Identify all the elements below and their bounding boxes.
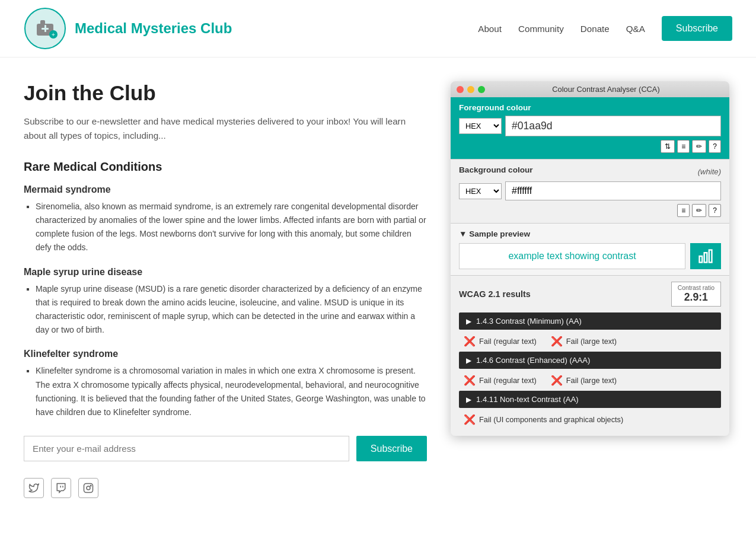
result-label-1: 1.4.6 Contrast (Enhanced) (AAA)	[476, 356, 590, 365]
contrast-value: 2.9:1	[678, 291, 714, 304]
condition-title-0: Mermaid syndrome	[24, 184, 427, 195]
svg-point-10	[87, 486, 90, 490]
fg-format-select[interactable]: HEX	[459, 118, 502, 134]
fail-large-text-1: Fail (large text)	[566, 376, 617, 385]
form-subscribe-button[interactable]: Subscribe	[356, 436, 427, 461]
fail-large-1: ❌ Fail (large text)	[551, 375, 617, 386]
condition-klinefelter: Klinefelter syndrome Klinefelter syndrom…	[24, 349, 427, 419]
twitter-icon[interactable]	[24, 478, 44, 498]
fail-icon-0a: ❌	[464, 336, 476, 347]
bg-tools: ≡ ✏ ?	[459, 204, 721, 217]
bg-settings-button[interactable]: ≡	[677, 204, 690, 217]
fg-label: Foreground colour	[459, 103, 721, 112]
fail-regular-text-0: Fail (regular text)	[479, 337, 537, 346]
maximize-button[interactable]	[478, 86, 485, 93]
cca-titlebar: Colour Contrast Analyser (CCA)	[451, 81, 729, 97]
cca-window: Colour Contrast Analyser (CCA) Foregroun…	[451, 81, 729, 436]
svg-rect-12	[700, 256, 703, 263]
fail-icon-1a: ❌	[464, 375, 476, 386]
fg-help-button[interactable]: ?	[709, 140, 721, 153]
bg-section: Background colour (white) HEX ≡ ✏ ?	[451, 160, 729, 223]
site-title: Medical Mysteries Club	[75, 20, 232, 37]
wcag-result-1411[interactable]: ▶ 1.4.11 Non-text Contrast (AA)	[459, 391, 721, 408]
logo-area: + Medical Mysteries Club	[24, 7, 232, 50]
svg-rect-9	[84, 484, 93, 493]
main-nav: About Community Donate Q&A Subscribe	[478, 16, 732, 41]
wcag-title: WCAG 2.1 results	[459, 289, 531, 299]
fg-settings-button[interactable]: ≡	[677, 140, 690, 153]
email-input[interactable]	[24, 436, 349, 461]
wcag-section: WCAG 2.1 results Contrast ratio 2.9:1 ▶ …	[451, 276, 729, 436]
svg-point-11	[90, 485, 91, 486]
condition-title-2: Klinefelter syndrome	[24, 349, 427, 359]
chart-icon	[697, 248, 714, 264]
condition-text-1: Maple syrup urine disease (MSUD) is a ra…	[36, 282, 427, 337]
email-form: Subscribe	[24, 436, 427, 461]
bg-label: Background colour	[459, 165, 533, 174]
result-label-2: 1.4.11 Non-text Contrast (AA)	[476, 395, 579, 404]
wcag-header: WCAG 2.1 results Contrast ratio 2.9:1	[459, 282, 721, 307]
svg-text:+: +	[52, 31, 55, 38]
wcag-result-143[interactable]: ▶ 1.4.3 Contrast (Minimum) (AA)	[459, 312, 721, 330]
result-fail-row-2: ❌ Fail (UI components and graphical obje…	[459, 412, 721, 430]
site-header: + Medical Mysteries Club About Community…	[0, 0, 756, 58]
minimize-button[interactable]	[467, 86, 474, 93]
nav-community[interactable]: Community	[518, 24, 564, 34]
sample-text-box: example text showing contrast	[459, 243, 685, 269]
bg-format-select[interactable]: HEX	[459, 183, 502, 199]
contrast-box: Contrast ratio 2.9:1	[671, 282, 721, 307]
bg-color-input[interactable]	[505, 181, 721, 200]
bg-input-row: HEX	[459, 181, 721, 200]
social-icons-row	[24, 478, 427, 498]
fail-regular-1: ❌ Fail (regular text)	[464, 375, 537, 386]
instagram-icon[interactable]	[78, 478, 98, 498]
left-column: Join the Club Subscribe to our e-newslet…	[24, 81, 427, 498]
fail-large-0: ❌ Fail (large text)	[551, 336, 617, 347]
fail-icon-1b: ❌	[551, 375, 563, 386]
fg-tools: ⇅ ≡ ✏ ?	[459, 140, 721, 153]
svg-rect-2	[40, 20, 45, 26]
condition-text-0: Sirenomelia, also known as mermaid syndr…	[36, 200, 427, 255]
nav-about[interactable]: About	[478, 24, 502, 34]
result-arrow-1: ▶	[466, 356, 471, 365]
contrast-label: Contrast ratio	[678, 285, 714, 291]
main-content: Join the Club Subscribe to our e-newslet…	[0, 58, 756, 510]
result-fail-row-1: ❌ Fail (regular text) ❌ Fail (large text…	[459, 372, 721, 391]
close-button[interactable]	[457, 86, 464, 93]
condition-text-2: Klinefelter syndrome is a chromosomal va…	[36, 364, 427, 419]
site-logo: +	[24, 7, 66, 50]
page-title: Join the Club	[24, 81, 427, 105]
condition-maple: Maple syrup urine disease Maple syrup ur…	[24, 267, 427, 337]
sample-preview-row: example text showing contrast	[459, 243, 721, 269]
nav-donate[interactable]: Donate	[580, 24, 610, 34]
nav-qa[interactable]: Q&A	[626, 24, 645, 34]
fg-input-row: HEX	[459, 116, 721, 136]
fail-large-text-0: Fail (large text)	[566, 337, 617, 346]
svg-rect-14	[709, 250, 712, 263]
fail-ui-2: ❌ Fail (UI components and graphical obje…	[464, 414, 623, 425]
svg-rect-4	[44, 25, 46, 32]
wcag-result-146[interactable]: ▶ 1.4.6 Contrast (Enhanced) (AAA)	[459, 352, 721, 369]
result-arrow-2: ▶	[466, 396, 471, 404]
cca-title: Colour Contrast Analyser (CCA)	[489, 85, 723, 94]
fg-swap-button[interactable]: ⇅	[661, 140, 675, 153]
chart-button[interactable]	[690, 243, 721, 269]
right-column: Colour Contrast Analyser (CCA) Foregroun…	[451, 81, 732, 436]
fail-icon-0b: ❌	[551, 336, 563, 347]
bg-help-button[interactable]: ?	[709, 204, 721, 217]
fg-eyedropper-button[interactable]: ✏	[692, 140, 706, 153]
result-arrow-0: ▶	[466, 317, 471, 326]
section-title: Rare Medical Conditions	[24, 160, 427, 174]
sample-preview-section: ▼ Sample preview example text showing co…	[451, 224, 729, 275]
condition-mermaid: Mermaid syndrome Sirenomelia, also known…	[24, 184, 427, 255]
bg-label-row: Background colour (white)	[459, 165, 721, 178]
nav-subscribe-button[interactable]: Subscribe	[662, 16, 732, 41]
condition-title-1: Maple syrup urine disease	[24, 267, 427, 278]
sample-preview-header[interactable]: ▼ Sample preview	[459, 229, 721, 238]
bg-eyedropper-button[interactable]: ✏	[692, 204, 706, 217]
result-fail-row-0: ❌ Fail (regular text) ❌ Fail (large text…	[459, 333, 721, 352]
svg-rect-13	[704, 253, 707, 262]
fg-section: Foreground colour HEX ⇅ ≡ ✏ ?	[451, 97, 729, 159]
fg-color-input[interactable]	[505, 116, 721, 136]
twitch-icon[interactable]	[51, 478, 71, 498]
